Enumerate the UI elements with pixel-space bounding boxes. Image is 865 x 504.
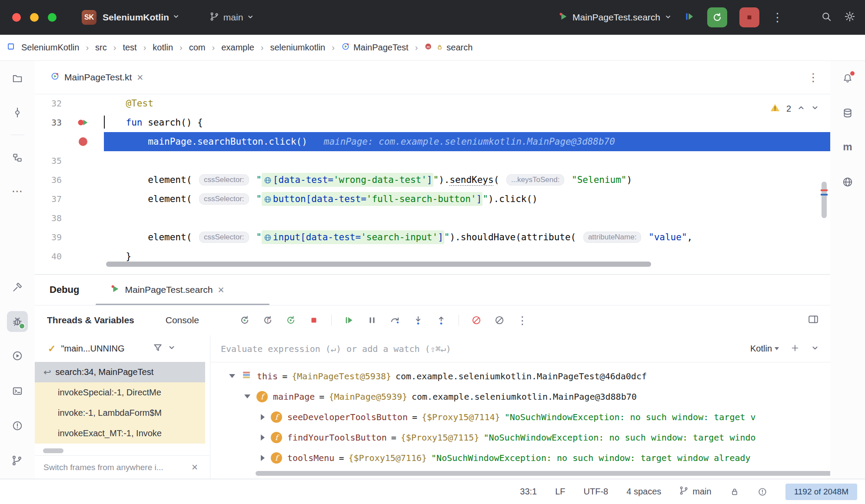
- maximize-window-button[interactable]: [48, 13, 57, 22]
- caret-position[interactable]: 33:1: [520, 487, 537, 497]
- filter-funnel-icon[interactable]: [153, 343, 163, 355]
- breadcrumb-item-method[interactable]: m search: [424, 42, 472, 53]
- tab-threads-variables[interactable]: Threads & Variables: [47, 315, 134, 325]
- add-watch-icon[interactable]: [790, 343, 800, 355]
- rerun-debug-button[interactable]: [707, 7, 727, 27]
- rerun-debug-icon[interactable]: [285, 315, 296, 326]
- line-number[interactable]: 33: [35, 113, 62, 132]
- step-out-icon[interactable]: [436, 315, 447, 326]
- next-problem-icon[interactable]: [811, 104, 819, 114]
- stack-frame-row[interactable]: invoke:-1, LambdaForm$M: [35, 403, 205, 423]
- chevron-right-icon[interactable]: [261, 414, 265, 420]
- services-tool-icon[interactable]: [7, 345, 28, 366]
- stop-button[interactable]: [739, 7, 759, 27]
- chevron-right-icon[interactable]: [261, 434, 265, 441]
- debug-tool-icon[interactable]: [7, 311, 28, 332]
- notifications-bell-icon[interactable]: [837, 68, 858, 89]
- line-number[interactable]: 38: [35, 209, 62, 228]
- rerun-icon[interactable]: [239, 315, 250, 326]
- breadcrumb-item[interactable]: seleniumkotlin: [270, 43, 325, 53]
- status-branch[interactable]: main: [679, 486, 711, 497]
- step-into-icon[interactable]: [413, 315, 424, 326]
- variable-row[interactable]: this={MainPageTest@5938}com.example.sele…: [210, 366, 830, 386]
- minimize-window-button[interactable]: [30, 13, 39, 22]
- version-control-tool-icon[interactable]: [7, 450, 28, 471]
- variable-row[interactable]: fseeDeveloperToolsButton={$Proxy15@7114}…: [210, 407, 830, 427]
- inspection-widget[interactable]: 2: [770, 103, 819, 115]
- endpoints-tool-icon[interactable]: [837, 172, 858, 192]
- close-hint-icon[interactable]: ✕: [191, 462, 198, 472]
- frames-horizontal-scrollbar[interactable]: [43, 448, 63, 453]
- commit-tool-icon[interactable]: [7, 102, 28, 123]
- search-everywhere-icon[interactable]: [821, 11, 832, 24]
- error-indicator-icon[interactable]: [758, 487, 767, 497]
- thread-selector[interactable]: ✓ "main...UNNING: [35, 335, 210, 362]
- breadcrumb-item[interactable]: example: [221, 43, 254, 53]
- branch-selector[interactable]: main: [210, 12, 254, 23]
- view-breakpoints-icon[interactable]: [471, 315, 482, 326]
- project-tool-icon[interactable]: [7, 68, 28, 89]
- settings-gear-icon[interactable]: [844, 11, 855, 24]
- editor-tab-mainpagetest[interactable]: MainPageTest.kt ✕: [50, 72, 143, 83]
- breakpoint-icon[interactable]: [62, 137, 104, 146]
- close-window-button[interactable]: [12, 13, 21, 22]
- line-separator[interactable]: LF: [555, 487, 565, 497]
- more-tools-icon[interactable]: ⋯: [7, 181, 28, 202]
- debug-more-icon[interactable]: ⋮: [517, 315, 528, 326]
- variable-row[interactable]: ffindYourToolsButton={$Proxy15@7115}"NoS…: [210, 427, 830, 448]
- variable-row[interactable]: fmainPage={MainPage@5939}com.example.sel…: [210, 386, 830, 407]
- problems-tool-icon[interactable]: [7, 415, 28, 436]
- close-session-icon[interactable]: ✕: [217, 285, 224, 295]
- stack-frame-row[interactable]: ↩search:34, MainPageTest: [35, 362, 205, 382]
- line-number[interactable]: 40: [35, 247, 62, 266]
- maven-tool-icon[interactable]: m: [837, 136, 858, 157]
- breadcrumb-item[interactable]: com: [189, 43, 206, 53]
- line-number[interactable]: 32: [35, 94, 62, 113]
- breadcrumb-item[interactable]: test: [123, 43, 136, 53]
- run-configuration-selector[interactable]: MainPageTest.search: [559, 12, 672, 23]
- evaluate-expression-bar[interactable]: Evaluate expression (↵) or add a watch (…: [210, 335, 830, 362]
- breadcrumb-item-class[interactable]: MainPageTest: [341, 42, 409, 53]
- line-number[interactable]: 36: [35, 170, 62, 189]
- resume-program-icon[interactable]: [684, 11, 695, 24]
- mute-breakpoints-icon[interactable]: [494, 315, 505, 326]
- more-actions-icon[interactable]: ⋮: [772, 12, 783, 23]
- stack-frame-row[interactable]: invokeExact_MT:-1, Invoke: [35, 423, 205, 444]
- resume-program-icon[interactable]: [343, 315, 355, 326]
- breadcrumb-item[interactable]: kotlin: [153, 43, 173, 53]
- debug-session-tab[interactable]: MainPageTest.search ✕: [110, 284, 224, 296]
- tab-console[interactable]: Console: [166, 315, 199, 325]
- error-stripe-mark[interactable]: [821, 189, 828, 191]
- prev-problem-icon[interactable]: [797, 104, 805, 114]
- layout-settings-icon[interactable]: [808, 314, 819, 327]
- editor-options-kebab-icon[interactable]: ⋮: [808, 71, 819, 84]
- chevron-down-icon[interactable]: [811, 344, 819, 354]
- file-lock-icon[interactable]: [730, 487, 739, 497]
- project-selector[interactable]: SeleniumKotlin: [103, 12, 169, 23]
- editor-horizontal-scrollbar[interactable]: [106, 262, 651, 267]
- breadcrumb-item[interactable]: SeleniumKotlin: [21, 43, 79, 53]
- expression-language-selector[interactable]: Kotlin: [750, 344, 779, 354]
- line-number[interactable]: 37: [35, 189, 62, 209]
- editor-vertical-scrollbar[interactable]: [822, 182, 827, 218]
- stop-icon[interactable]: [308, 315, 319, 326]
- run-test-gutter-icon[interactable]: [62, 117, 104, 128]
- indent-setting[interactable]: 4 spaces: [626, 487, 661, 497]
- breadcrumb-item[interactable]: src: [95, 43, 107, 53]
- code-editor[interactable]: 32 @Test 33 fun search() { mainPage.sear…: [35, 94, 830, 266]
- variables-horizontal-scrollbar[interactable]: [256, 471, 830, 476]
- stack-frame-row[interactable]: invokeSpecial:-1, DirectMe: [35, 382, 205, 403]
- close-tab-icon[interactable]: ✕: [136, 73, 143, 83]
- rerun-failed-tests-icon[interactable]: [262, 315, 273, 326]
- step-over-icon[interactable]: [389, 315, 401, 326]
- execution-stripe-mark[interactable]: [821, 194, 828, 196]
- project-icon[interactable]: SK: [82, 10, 96, 25]
- chevron-down-icon[interactable]: [168, 344, 176, 354]
- file-encoding[interactable]: UTF-8: [584, 487, 609, 497]
- build-tool-icon[interactable]: [7, 277, 28, 298]
- chevron-down-icon[interactable]: [229, 374, 235, 378]
- pause-program-icon[interactable]: [366, 315, 378, 326]
- chevron-right-icon[interactable]: [261, 455, 265, 461]
- line-number[interactable]: 35: [35, 151, 62, 170]
- chevron-down-icon[interactable]: [244, 395, 250, 398]
